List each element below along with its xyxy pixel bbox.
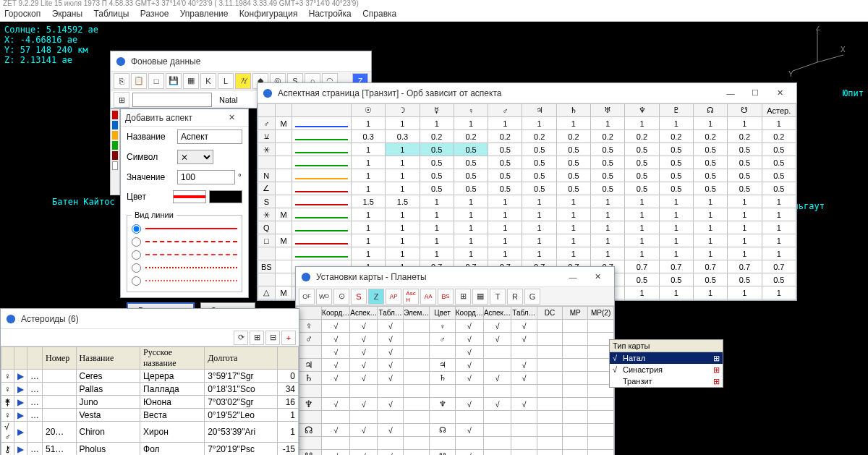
- asteroid-row[interactable]: ♀▶…PallasПаллада0°18'31"Sco34: [1, 383, 299, 396]
- aspect-col-9[interactable]: ♄: [556, 104, 590, 117]
- aspect-row[interactable]: □M1111111111111: [258, 234, 796, 247]
- ast-col-1[interactable]: [14, 347, 27, 370]
- aspect-row[interactable]: ⚹M1111111111111: [258, 208, 796, 221]
- pal-yellow[interactable]: [112, 131, 118, 140]
- aspect-row[interactable]: 110.50.50.50.50.50.50.50.50.50.50.5: [258, 156, 796, 169]
- planets-grid[interactable]: Коорд…Аспек…Табл…Элем…ЦветКоорд…Аспек…Та…: [296, 306, 614, 455]
- tb-asc-icon[interactable]: AscH: [403, 289, 419, 305]
- chart-type-item[interactable]: Транзит⊞: [610, 375, 723, 387]
- planets-row[interactable]: ☋√√√☋√: [297, 450, 614, 456]
- color-line-swatch[interactable]: [173, 190, 206, 203]
- tb-z-icon[interactable]: Z: [368, 289, 384, 305]
- aspect-col-1[interactable]: [275, 104, 292, 117]
- pal-white[interactable]: [112, 161, 118, 170]
- menu-misc[interactable]: Разное: [140, 9, 169, 19]
- aspect-col-2[interactable]: [292, 104, 352, 117]
- aspect-row[interactable]: 1111111111111: [258, 247, 796, 260]
- aspect-col-4[interactable]: ☽: [386, 104, 420, 117]
- aspect-row[interactable]: ∠110.50.50.50.50.50.50.50.50.50.50.5: [258, 182, 796, 195]
- tb-of-icon[interactable]: OF: [299, 289, 315, 305]
- chart-type-button[interactable]: ⊞: [713, 377, 720, 386]
- value-input[interactable]: [177, 170, 235, 184]
- asteroid-row[interactable]: ⚵▶…JunoЮнона7°03'02"Sgr16: [1, 396, 299, 409]
- planets-row[interactable]: ♆√√√♆√√√: [297, 398, 614, 411]
- aspect-col-0[interactable]: [258, 104, 276, 117]
- planets-col-9[interactable]: DC: [537, 307, 562, 320]
- asteroid-row[interactable]: ♀▶…VestaВеста0°19'52"Leo1: [1, 409, 299, 422]
- asteroid-row[interactable]: ⚷▶…51…PholusФол7°20'19"Psc-15: [1, 443, 299, 456]
- window-planets-settings[interactable]: Установки карты - Планеты — ✕ OF WD ⊙ S …: [295, 266, 615, 455]
- chart-type-list[interactable]: Тип карты √Натал⊞√Синастрия⊞Транзит⊞: [609, 339, 723, 388]
- tb-grid-icon[interactable]: ⊞: [455, 289, 471, 305]
- planets-col-7[interactable]: Аспек…: [483, 307, 511, 320]
- pal-green[interactable]: [112, 141, 118, 150]
- tb-chart-icon[interactable]: ⊞: [114, 92, 129, 108]
- tb-add-icon[interactable]: +: [281, 331, 296, 345]
- tb-ap-icon[interactable]: AP: [386, 289, 401, 305]
- window-asteroids[interactable]: Астероиды (6) ⟳ ⊞ ⊟ + НомерНазваниеРусск…: [0, 308, 299, 455]
- bgdata-search-input[interactable]: [132, 93, 212, 107]
- chart-type-button[interactable]: ⊞: [713, 354, 720, 363]
- tb-refresh-icon[interactable]: ⟳: [234, 331, 248, 345]
- aspect-row[interactable]: Q1111111111111: [258, 221, 796, 234]
- aspect-col-12[interactable]: ♇: [659, 104, 693, 117]
- aspect-row[interactable]: ♂M1111111111111: [258, 117, 796, 130]
- menu-config[interactable]: Конфигурация: [239, 9, 298, 19]
- asteroid-row[interactable]: ♀▶…CeresЦерера3°59'17"Sgr0: [1, 370, 299, 383]
- tb-grid-icon[interactable]: ▦: [183, 73, 199, 89]
- tb-wd-icon[interactable]: WD: [316, 289, 332, 305]
- asteroids-grid[interactable]: НомерНазваниеРусское названиеДолгота ♀▶……: [1, 346, 299, 455]
- color-fill-swatch[interactable]: [209, 190, 242, 203]
- planets-col-10[interactable]: MP: [563, 307, 588, 320]
- linetype-dash1[interactable]: [132, 237, 141, 247]
- planets-row[interactable]: [297, 385, 614, 398]
- close-icon[interactable]: ✕: [219, 109, 244, 127]
- aspect-col-13[interactable]: ☊: [693, 104, 727, 117]
- ast-col-2[interactable]: [27, 347, 43, 370]
- name-input[interactable]: [177, 129, 242, 144]
- planets-row[interactable]: ☊√√√☊√: [297, 424, 614, 437]
- tb-new-icon[interactable]: □: [148, 73, 164, 89]
- tb-g-icon[interactable]: G: [524, 289, 540, 305]
- menu-control[interactable]: Управление: [180, 9, 229, 19]
- planets-col-5[interactable]: Цвет: [430, 307, 456, 320]
- tb-h-icon[interactable]: 𝓗: [235, 73, 251, 89]
- menu-settings[interactable]: Настройка: [309, 9, 352, 19]
- planets-row[interactable]: √√√√: [297, 346, 614, 359]
- aspect-row[interactable]: ⚹110.50.50.50.50.50.50.50.50.50.50.5: [258, 143, 796, 156]
- aspect-col-5[interactable]: ☿: [420, 104, 454, 117]
- linetype-dot1[interactable]: [132, 263, 141, 273]
- planets-row[interactable]: [297, 437, 614, 450]
- planets-row[interactable]: [297, 411, 614, 424]
- symbol-select[interactable]: ⨯: [177, 150, 213, 164]
- menu-horoscope[interactable]: Гороскоп: [4, 9, 41, 19]
- aspect-row[interactable]: N110.50.50.50.50.50.50.50.50.50.50.5: [258, 169, 796, 182]
- linetype-dash2[interactable]: [132, 250, 141, 260]
- planets-col-6[interactable]: Коорд…: [455, 307, 483, 320]
- planets-col-8[interactable]: Табл…: [511, 307, 537, 320]
- tb-s-icon[interactable]: S: [351, 289, 367, 305]
- menu-tables[interactable]: Таблицы: [93, 9, 129, 19]
- planets-col-2[interactable]: Аспек…: [350, 307, 378, 320]
- ast-col-0[interactable]: [1, 347, 14, 370]
- minimize-icon[interactable]: —: [718, 85, 743, 102]
- aspect-col-8[interactable]: ♃: [522, 104, 556, 117]
- close-icon[interactable]: ✕: [585, 268, 610, 286]
- maximize-icon[interactable]: ☐: [743, 85, 767, 102]
- asteroid-row[interactable]: √ ♂▶20…ChironХирон20°53'39"Ari1: [1, 422, 299, 443]
- planets-col-11[interactable]: MP(2): [588, 307, 614, 320]
- tb-list-icon[interactable]: ⊞: [250, 331, 264, 345]
- menu-help[interactable]: Справка: [362, 9, 396, 19]
- ast-col-7[interactable]: [277, 347, 298, 370]
- tb-palette-icon[interactable]: ▦: [472, 289, 488, 305]
- planets-row[interactable]: ♂√√√♂√√√: [297, 333, 614, 346]
- chart-type-item[interactable]: √Синастрия⊞: [610, 364, 723, 375]
- planets-row[interactable]: ♄√√√♄√√√: [297, 372, 614, 385]
- tb-bs-icon[interactable]: BS: [438, 289, 454, 305]
- tb-r-icon[interactable]: R: [507, 289, 523, 305]
- tb-l-icon[interactable]: L: [218, 73, 234, 89]
- ast-col-3[interactable]: Номер: [43, 347, 77, 370]
- chart-type-item[interactable]: √Натал⊞: [610, 352, 723, 364]
- chart-type-button[interactable]: ⊞: [713, 365, 720, 375]
- pal-red[interactable]: [112, 111, 118, 119]
